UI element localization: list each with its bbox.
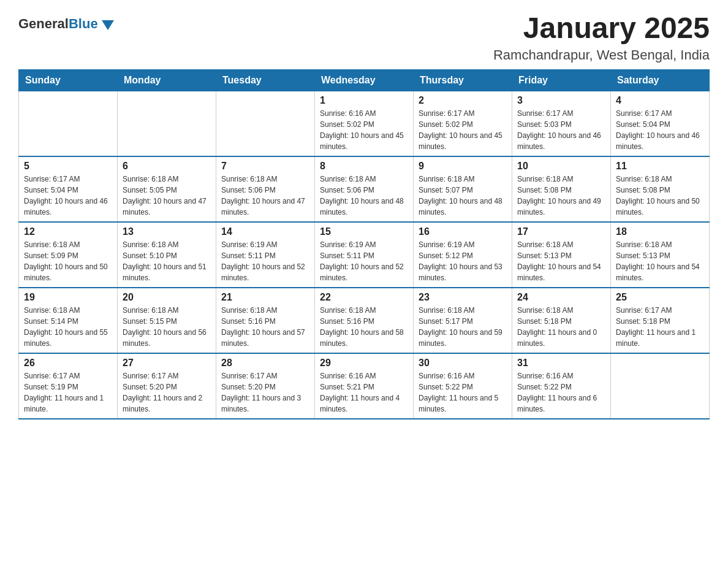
day-number: 27 <box>123 358 211 369</box>
calendar-cell: 4Sunrise: 6:17 AM Sunset: 5:04 PM Daylig… <box>611 91 710 156</box>
day-number: 2 <box>419 95 507 106</box>
day-number: 24 <box>517 292 605 303</box>
day-number: 5 <box>24 161 112 172</box>
day-number: 21 <box>221 292 309 303</box>
calendar-cell: 27Sunrise: 6:17 AM Sunset: 5:20 PM Dayli… <box>118 353 216 419</box>
calendar-week-row: 12Sunrise: 6:18 AM Sunset: 5:09 PM Dayli… <box>19 222 710 288</box>
logo-text: GeneralBlue <box>18 16 98 32</box>
calendar-header-row: SundayMondayTuesdayWednesdayThursdayFrid… <box>19 69 710 91</box>
title-area: January 2025 Ramchandrapur, West Bengal,… <box>493 12 710 63</box>
weekday-header-saturday: Saturday <box>611 69 710 91</box>
day-info: Sunrise: 6:16 AM Sunset: 5:22 PM Dayligh… <box>419 370 507 415</box>
logo-blue: Blue <box>69 16 98 31</box>
calendar-cell: 15Sunrise: 6:19 AM Sunset: 5:11 PM Dayli… <box>315 222 414 288</box>
calendar-cell: 5Sunrise: 6:17 AM Sunset: 5:04 PM Daylig… <box>19 156 118 222</box>
calendar-week-row: 5Sunrise: 6:17 AM Sunset: 5:04 PM Daylig… <box>19 156 710 222</box>
day-info: Sunrise: 6:18 AM Sunset: 5:09 PM Dayligh… <box>24 239 112 283</box>
weekday-header-tuesday: Tuesday <box>216 69 315 91</box>
calendar-cell: 10Sunrise: 6:18 AM Sunset: 5:08 PM Dayli… <box>512 156 611 222</box>
day-number: 22 <box>320 292 408 303</box>
day-number: 16 <box>419 226 507 237</box>
weekday-header-thursday: Thursday <box>414 69 512 91</box>
day-number: 9 <box>419 161 507 172</box>
day-number: 4 <box>616 95 704 106</box>
day-info: Sunrise: 6:18 AM Sunset: 5:06 PM Dayligh… <box>320 174 408 218</box>
calendar-cell: 11Sunrise: 6:18 AM Sunset: 5:08 PM Dayli… <box>611 156 710 222</box>
day-number: 23 <box>419 292 507 303</box>
day-number: 1 <box>320 95 408 106</box>
calendar-cell: 6Sunrise: 6:18 AM Sunset: 5:05 PM Daylig… <box>118 156 216 222</box>
day-info: Sunrise: 6:17 AM Sunset: 5:18 PM Dayligh… <box>616 305 704 349</box>
day-info: Sunrise: 6:18 AM Sunset: 5:10 PM Dayligh… <box>123 239 211 283</box>
weekday-header-sunday: Sunday <box>19 69 118 91</box>
calendar-cell: 30Sunrise: 6:16 AM Sunset: 5:22 PM Dayli… <box>414 353 512 419</box>
day-info: Sunrise: 6:17 AM Sunset: 5:20 PM Dayligh… <box>123 370 211 415</box>
day-number: 15 <box>320 226 408 237</box>
day-number: 30 <box>419 358 507 369</box>
day-info: Sunrise: 6:16 AM Sunset: 5:02 PM Dayligh… <box>320 108 408 152</box>
calendar-cell: 2Sunrise: 6:17 AM Sunset: 5:02 PM Daylig… <box>414 91 512 156</box>
day-info: Sunrise: 6:17 AM Sunset: 5:03 PM Dayligh… <box>517 108 605 152</box>
day-number: 14 <box>221 226 309 237</box>
day-info: Sunrise: 6:17 AM Sunset: 5:04 PM Dayligh… <box>24 174 112 218</box>
day-info: Sunrise: 6:18 AM Sunset: 5:14 PM Dayligh… <box>24 305 112 349</box>
calendar-cell: 7Sunrise: 6:18 AM Sunset: 5:06 PM Daylig… <box>216 156 315 222</box>
day-number: 13 <box>123 226 211 237</box>
calendar-cell: 14Sunrise: 6:19 AM Sunset: 5:11 PM Dayli… <box>216 222 315 288</box>
day-number: 7 <box>221 161 309 172</box>
calendar-cell: 25Sunrise: 6:17 AM Sunset: 5:18 PM Dayli… <box>611 288 710 353</box>
calendar-cell: 28Sunrise: 6:17 AM Sunset: 5:20 PM Dayli… <box>216 353 315 419</box>
calendar-week-row: 19Sunrise: 6:18 AM Sunset: 5:14 PM Dayli… <box>19 288 710 353</box>
calendar-cell: 19Sunrise: 6:18 AM Sunset: 5:14 PM Dayli… <box>19 288 118 353</box>
day-info: Sunrise: 6:16 AM Sunset: 5:22 PM Dayligh… <box>517 370 605 415</box>
day-info: Sunrise: 6:18 AM Sunset: 5:05 PM Dayligh… <box>123 174 211 218</box>
calendar-cell: 31Sunrise: 6:16 AM Sunset: 5:22 PM Dayli… <box>512 353 611 419</box>
day-info: Sunrise: 6:18 AM Sunset: 5:13 PM Dayligh… <box>517 239 605 283</box>
day-info: Sunrise: 6:19 AM Sunset: 5:11 PM Dayligh… <box>221 239 309 283</box>
day-info: Sunrise: 6:16 AM Sunset: 5:21 PM Dayligh… <box>320 370 408 415</box>
calendar-cell: 21Sunrise: 6:18 AM Sunset: 5:16 PM Dayli… <box>216 288 315 353</box>
logo-triangle-icon <box>102 20 114 30</box>
logo-general: General <box>18 16 69 31</box>
day-number: 26 <box>24 358 112 369</box>
day-info: Sunrise: 6:17 AM Sunset: 5:19 PM Dayligh… <box>24 370 112 415</box>
day-info: Sunrise: 6:18 AM Sunset: 5:13 PM Dayligh… <box>616 239 704 283</box>
day-number: 31 <box>517 358 605 369</box>
weekday-header-monday: Monday <box>118 69 216 91</box>
calendar-cell: 20Sunrise: 6:18 AM Sunset: 5:15 PM Dayli… <box>118 288 216 353</box>
day-info: Sunrise: 6:18 AM Sunset: 5:16 PM Dayligh… <box>320 305 408 349</box>
calendar-cell <box>216 91 315 156</box>
day-number: 6 <box>123 161 211 172</box>
page-header: GeneralBlue January 2025 Ramchandrapur, … <box>18 12 710 63</box>
day-number: 8 <box>320 161 408 172</box>
day-info: Sunrise: 6:19 AM Sunset: 5:12 PM Dayligh… <box>419 239 507 283</box>
day-number: 20 <box>123 292 211 303</box>
day-info: Sunrise: 6:18 AM Sunset: 5:18 PM Dayligh… <box>517 305 605 349</box>
calendar-week-row: 26Sunrise: 6:17 AM Sunset: 5:19 PM Dayli… <box>19 353 710 419</box>
calendar-cell: 3Sunrise: 6:17 AM Sunset: 5:03 PM Daylig… <box>512 91 611 156</box>
day-info: Sunrise: 6:17 AM Sunset: 5:02 PM Dayligh… <box>419 108 507 152</box>
calendar-cell <box>118 91 216 156</box>
day-number: 3 <box>517 95 605 106</box>
day-number: 10 <box>517 161 605 172</box>
calendar-cell: 16Sunrise: 6:19 AM Sunset: 5:12 PM Dayli… <box>414 222 512 288</box>
calendar-cell: 22Sunrise: 6:18 AM Sunset: 5:16 PM Dayli… <box>315 288 414 353</box>
day-number: 19 <box>24 292 112 303</box>
day-info: Sunrise: 6:18 AM Sunset: 5:17 PM Dayligh… <box>419 305 507 349</box>
weekday-header-wednesday: Wednesday <box>315 69 414 91</box>
day-info: Sunrise: 6:17 AM Sunset: 5:20 PM Dayligh… <box>221 370 309 415</box>
day-number: 12 <box>24 226 112 237</box>
calendar-cell: 1Sunrise: 6:16 AM Sunset: 5:02 PM Daylig… <box>315 91 414 156</box>
day-number: 11 <box>616 161 704 172</box>
day-info: Sunrise: 6:18 AM Sunset: 5:16 PM Dayligh… <box>221 305 309 349</box>
calendar-table: SundayMondayTuesdayWednesdayThursdayFrid… <box>18 69 710 419</box>
calendar-cell: 18Sunrise: 6:18 AM Sunset: 5:13 PM Dayli… <box>611 222 710 288</box>
logo: GeneralBlue <box>18 16 114 32</box>
day-info: Sunrise: 6:18 AM Sunset: 5:15 PM Dayligh… <box>123 305 211 349</box>
calendar-cell: 8Sunrise: 6:18 AM Sunset: 5:06 PM Daylig… <box>315 156 414 222</box>
day-number: 18 <box>616 226 704 237</box>
calendar-cell: 24Sunrise: 6:18 AM Sunset: 5:18 PM Dayli… <box>512 288 611 353</box>
day-info: Sunrise: 6:18 AM Sunset: 5:08 PM Dayligh… <box>616 174 704 218</box>
calendar-cell <box>19 91 118 156</box>
calendar-cell: 23Sunrise: 6:18 AM Sunset: 5:17 PM Dayli… <box>414 288 512 353</box>
